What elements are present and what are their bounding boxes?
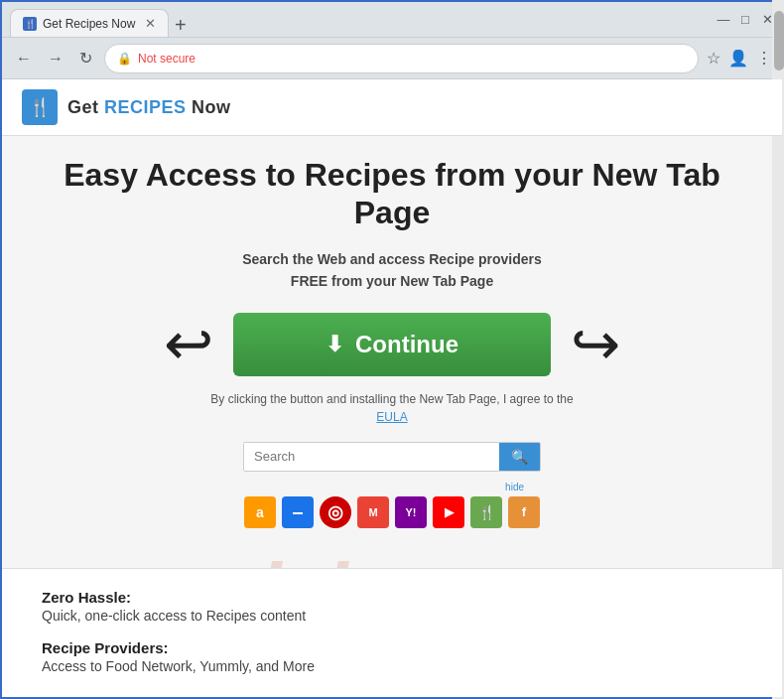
address-bar: ← → ↻ 🔒 Not secure ☆ 👤 ⋮ [2, 38, 782, 79]
search-input-wrap: 🔍 [243, 442, 541, 472]
maximize-button[interactable]: □ [738, 13, 752, 27]
logo-recipes: Recipes [104, 97, 187, 117]
page-content: risk.com 🍴 Get Recipes Now Easy Access t… [2, 79, 782, 697]
logo-get: Get [67, 97, 99, 117]
search-row: 🔍 [42, 442, 742, 472]
button-row: ↩ ⬇ Continue ↪ [42, 313, 742, 376]
quick-link-recipes[interactable]: 🍴 [470, 496, 502, 528]
site-header: 🍴 Get Recipes Now [2, 79, 782, 136]
user-icon[interactable]: 👤 [728, 49, 748, 68]
tab-favicon: 🍴 [23, 17, 37, 31]
quick-link-yahoo[interactable]: Y! [395, 496, 427, 528]
hide-label[interactable]: hide [42, 482, 524, 492]
quick-links: a – ◎ M Y! ▶ 🍴 f [42, 496, 742, 528]
back-button[interactable]: ← [12, 46, 36, 71]
logo-icon: 🍴 [22, 89, 58, 125]
active-tab[interactable]: 🍴 Get Recipes Now ✕ [10, 9, 169, 37]
download-icon: ⬇ [326, 332, 343, 357]
bottom-info: Zero Hassle: Quick, one-click access to … [2, 568, 782, 697]
right-arrow-icon: ↪ [571, 315, 620, 374]
scrollbar-thumb[interactable] [774, 11, 784, 70]
recipe-providers-desc: Access to Food Network, Yummly, and More [42, 658, 742, 674]
agreement-text: By clicking the button and installing th… [42, 390, 742, 426]
quick-link-youtube[interactable]: ▶ [433, 496, 464, 528]
eula-link[interactable]: EULA [376, 410, 407, 424]
subtext-line1: Search the Web and access Recipe provide… [42, 248, 742, 270]
continue-button[interactable]: ⬇ Continue [233, 313, 551, 376]
quick-link-target[interactable]: ◎ [320, 496, 351, 528]
subtext-line2: FREE from your New Tab Page [42, 270, 742, 292]
title-bar: 🍴 Get Recipes Now ✕ + — □ ✕ [2, 2, 782, 38]
recipe-providers-title: Recipe Providers: [42, 639, 742, 656]
logo-text: Get Recipes Now [67, 97, 231, 118]
address-input-wrap[interactable]: 🔒 Not secure [104, 44, 699, 73]
tab-title: Get Recipes Now [43, 17, 135, 31]
zero-hassle-desc: Quick, one-click access to Recipes conte… [42, 608, 742, 624]
agreement-line1: By clicking the button and installing th… [210, 392, 573, 406]
install-section: Easy Access to Recipes from your New Tab… [2, 136, 782, 568]
new-tab-button[interactable]: + [169, 14, 193, 37]
search-input[interactable] [244, 443, 499, 471]
main-headline: Easy Access to Recipes from your New Tab… [42, 156, 742, 232]
security-label: Not secure [138, 52, 196, 66]
quick-link-food[interactable]: f [508, 496, 540, 528]
search-button[interactable]: 🔍 [499, 443, 540, 471]
quick-link-gmail[interactable]: M [357, 496, 389, 528]
zero-hassle-title: Zero Hassle: [42, 589, 742, 606]
security-icon: 🔒 [117, 52, 132, 66]
quick-link-blue[interactable]: – [282, 496, 314, 528]
tab-area: 🍴 Get Recipes Now ✕ + [10, 2, 705, 37]
info-item-zero-hassle: Zero Hassle: Quick, one-click access to … [42, 589, 742, 624]
logo-now: Now [192, 97, 231, 117]
bookmark-icon[interactable]: ☆ [707, 49, 720, 68]
left-arrow-icon: ↩ [164, 315, 213, 374]
tab-close-btn[interactable]: ✕ [145, 16, 156, 31]
reload-button[interactable]: ↻ [75, 45, 96, 71]
browser-window: 🍴 Get Recipes Now ✕ + — □ ✕ ← → ↻ 🔒 Not … [0, 0, 784, 699]
continue-label: Continue [355, 331, 458, 358]
menu-icon[interactable]: ⋮ [756, 49, 772, 68]
window-controls: — □ ✕ [717, 13, 774, 27]
quick-link-amazon[interactable]: a [244, 496, 276, 528]
info-item-recipe-providers: Recipe Providers: Access to Food Network… [42, 639, 742, 674]
forward-button[interactable]: → [44, 46, 67, 71]
minimize-button[interactable]: — [717, 13, 730, 27]
sub-text: Search the Web and access Recipe provide… [42, 248, 742, 293]
